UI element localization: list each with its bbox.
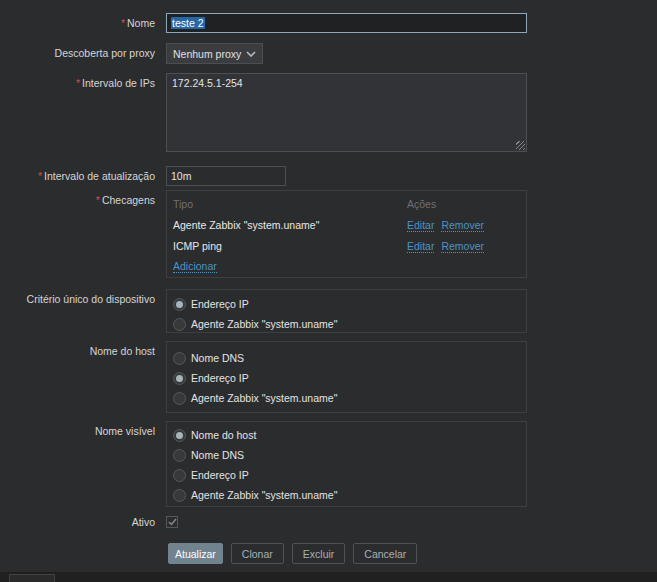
- checks-col-actions: Ações: [407, 198, 436, 210]
- radio-icon[interactable]: [173, 469, 186, 482]
- clone-button[interactable]: Clonar: [231, 543, 284, 564]
- check-row: Agente Zabbix "system.uname" EditarRemov…: [173, 214, 526, 235]
- check-type: Agente Zabbix "system.uname": [173, 219, 407, 231]
- radio-selected-icon[interactable]: [173, 372, 186, 385]
- chevron-down-icon: [246, 51, 256, 57]
- radio-selected-icon[interactable]: [173, 429, 186, 442]
- radio-icon[interactable]: [173, 489, 186, 502]
- radio-option-label: Nome do host: [191, 429, 256, 441]
- proxy-select-value: Nenhum proxy: [173, 48, 241, 60]
- radio-option[interactable]: Agente Zabbix "system.uname": [173, 314, 526, 334]
- radio-icon[interactable]: [173, 449, 186, 462]
- radio-option-label: Nome DNS: [191, 352, 244, 364]
- bottom-strip: [0, 572, 657, 582]
- form-row-visible-name: Nome visível Nome do host Nome DNS Ender…: [0, 421, 657, 507]
- radio-option[interactable]: Nome DNS: [173, 445, 526, 465]
- add-check-link[interactable]: Adicionar: [173, 260, 217, 273]
- radio-icon[interactable]: [173, 352, 186, 365]
- check-icon: [168, 518, 177, 526]
- check-row: ICMP ping EditarRemover: [173, 235, 526, 256]
- radio-option[interactable]: Endereço IP: [173, 465, 526, 485]
- radio-option[interactable]: Nome do host: [173, 425, 526, 445]
- form-buttons: Atualizar Clonar Excluir Cancelar: [0, 543, 657, 564]
- visible-name-label: Nome visível: [0, 421, 166, 437]
- required-mark: *: [76, 77, 80, 89]
- form-row-update-interval: *Intervalo de atualização 10m: [0, 166, 657, 186]
- update-interval-label: *Intervalo de atualização: [0, 166, 166, 182]
- form-row-host-name: Nome do host Nome DNS Endereço IP Agente…: [0, 341, 657, 413]
- radio-option[interactable]: Nome DNS: [173, 348, 526, 368]
- resize-handle-icon[interactable]: [516, 141, 525, 150]
- checks-col-type: Tipo: [173, 198, 407, 210]
- required-mark: *: [38, 170, 42, 182]
- remove-check-link[interactable]: Remover: [441, 219, 484, 232]
- update-interval-input[interactable]: 10m: [166, 166, 286, 186]
- form-row-ip-range: *Intervalo de IPs 172.24.5.1-254: [0, 73, 657, 152]
- device-uniqueness-label: Critério único do dispositivo: [0, 289, 166, 305]
- selected-text: teste 2: [171, 17, 205, 29]
- required-mark: *: [96, 194, 100, 206]
- device-uniqueness-group: Endereço IP Agente Zabbix "system.uname": [166, 289, 527, 333]
- host-name-group: Nome DNS Endereço IP Agente Zabbix "syst…: [166, 341, 527, 413]
- host-name-label: Nome do host: [0, 341, 166, 357]
- visible-name-group: Nome do host Nome DNS Endereço IP Agente…: [166, 421, 527, 507]
- radio-option-label: Nome DNS: [191, 449, 244, 461]
- radio-option-label: Agente Zabbix "system.uname": [191, 392, 337, 404]
- form-row-enabled: Ativo: [0, 516, 657, 528]
- form-row-device-uniqueness: Critério único do dispositivo Endereço I…: [0, 289, 657, 333]
- radio-option-label: Endereço IP: [191, 298, 249, 310]
- form-row-checks: *Checagens Tipo Ações Agente Zabbix "sys…: [0, 190, 657, 278]
- edit-check-link[interactable]: Editar: [407, 219, 434, 232]
- name-label: *Nome: [0, 13, 166, 29]
- form-row-name: *Nome teste 2: [0, 13, 657, 33]
- ip-range-label: *Intervalo de IPs: [0, 73, 166, 89]
- update-button[interactable]: Atualizar: [168, 543, 223, 564]
- checks-table: Tipo Ações Agente Zabbix "system.uname" …: [166, 190, 527, 278]
- cancel-button[interactable]: Cancelar: [353, 543, 417, 564]
- enabled-checkbox[interactable]: [166, 516, 178, 528]
- radio-option-label: Endereço IP: [191, 469, 249, 481]
- enabled-label: Ativo: [0, 516, 166, 528]
- proxy-label: Descoberta por proxy: [0, 43, 166, 59]
- form-row-proxy: Descoberta por proxy Nenhum proxy: [0, 43, 657, 64]
- check-type: ICMP ping: [173, 240, 407, 252]
- discovery-rule-form: *Nome teste 2 Descoberta por proxy Nenhu…: [0, 0, 657, 564]
- remove-check-link[interactable]: Remover: [441, 240, 484, 253]
- checks-header-row: Tipo Ações: [173, 193, 526, 214]
- edit-check-link[interactable]: Editar: [407, 240, 434, 253]
- delete-button[interactable]: Excluir: [292, 543, 346, 564]
- proxy-select[interactable]: Nenhum proxy: [166, 43, 263, 64]
- checks-label: *Checagens: [0, 190, 166, 206]
- radio-option[interactable]: Endereço IP: [173, 294, 526, 314]
- name-input[interactable]: teste 2: [166, 13, 527, 33]
- debug-box: [9, 574, 55, 582]
- radio-selected-icon[interactable]: [173, 298, 186, 311]
- radio-option-label: Agente Zabbix "system.uname": [191, 318, 337, 330]
- radio-option-label: Endereço IP: [191, 372, 249, 384]
- radio-option[interactable]: Agente Zabbix "system.uname": [173, 388, 526, 408]
- radio-option-label: Agente Zabbix "system.uname": [191, 489, 337, 501]
- radio-option[interactable]: Endereço IP: [173, 368, 526, 388]
- required-mark: *: [121, 17, 125, 29]
- radio-icon[interactable]: [173, 318, 186, 331]
- radio-icon[interactable]: [173, 392, 186, 405]
- ip-range-textarea[interactable]: 172.24.5.1-254: [166, 73, 527, 152]
- add-check-row: Adicionar: [173, 256, 526, 277]
- radio-option[interactable]: Agente Zabbix "system.uname": [173, 485, 526, 505]
